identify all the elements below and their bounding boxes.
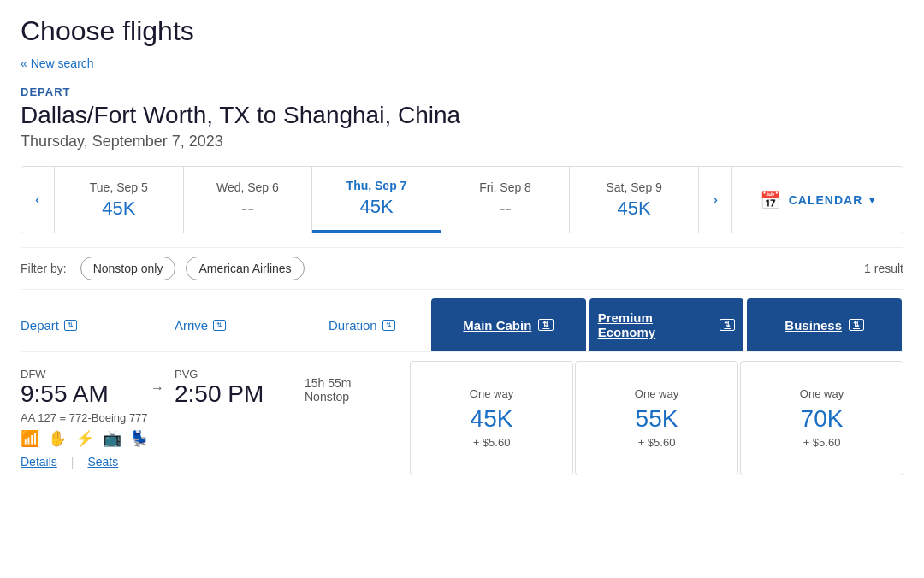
date-item-4[interactable]: Sat, Sep 945K <box>570 167 698 233</box>
aircraft-type: 772-Boeing 777 <box>69 411 148 424</box>
page-title: Choose flights <box>21 15 903 47</box>
depart-sort[interactable]: Depart ⇅ <box>21 318 77 333</box>
premium-economy-points: 55K <box>636 405 678 433</box>
date-value-2: 45K <box>359 196 393 218</box>
arrive-sort[interactable]: Arrive ⇅ <box>175 318 226 333</box>
date-item-0[interactable]: Tue, Sep 545K <box>55 167 184 233</box>
filter-left: Filter by: Nonstop only American Airline… <box>21 257 305 280</box>
filter-bar: Filter by: Nonstop only American Airline… <box>21 247 903 290</box>
business-header[interactable]: Business ⇅ <box>747 298 902 351</box>
column-headers: Depart ⇅ Arrive ⇅ Duration ⇅ Main Cabin <box>21 298 903 351</box>
date-value-3: -- <box>499 198 512 220</box>
cabin-cells: One way 45K + $5.60 One way 55K + $5.60 … <box>410 361 903 475</box>
date-item-2[interactable]: Thu, Sep 745K <box>312 167 441 233</box>
depart-label: DEPART <box>21 86 903 98</box>
calendar-icon: 📅 <box>760 190 782 210</box>
date-item-3[interactable]: Fri, Sep 8-- <box>441 167 571 233</box>
depart-col-header: Depart ⇅ <box>21 318 140 333</box>
arrive-label: Arrive <box>175 318 208 333</box>
depart-label: Depart <box>21 318 59 333</box>
meta-sep: ≡ <box>60 411 69 424</box>
main-cabin-sort-icon: ⇅ <box>538 319 554 331</box>
filter-by-label: Filter by: <box>21 262 67 275</box>
premium-economy-price: + $5.60 <box>638 436 676 449</box>
next-date-arrow[interactable]: › <box>698 167 732 233</box>
power-icon: ✋ <box>48 429 67 448</box>
flight-links: Details | Seats <box>21 455 410 469</box>
flight-left: DFW 9:55 AM → PVG 2:50 PM 15h 55m Nonsto… <box>21 361 410 475</box>
business-cell[interactable]: One way 70K + $5.60 <box>740 361 903 475</box>
amenities-row: 📶 ✋ ⚡ 📺 💺 <box>21 429 410 448</box>
business-label: Business <box>785 318 842 333</box>
arrive-sort-icon: ⇅ <box>213 320 226 331</box>
premium-economy-one-way: One way <box>635 387 678 400</box>
flight-meta: AA 127 ≡ 772-Boeing 777 <box>21 411 410 424</box>
business-price: + $5.60 <box>803 436 841 449</box>
date-label-1: Wed, Sep 6 <box>216 180 279 194</box>
result-count: 1 result <box>864 262 903 275</box>
depart-sort-icon: ⇅ <box>64 320 77 331</box>
cabin-headers: Main Cabin ⇅ Premium Economy ⇅ Business … <box>431 298 903 351</box>
date-list: Tue, Sep 545KWed, Sep 6--Thu, Sep 745KFr… <box>55 167 698 233</box>
link-separator: | <box>71 455 74 469</box>
prev-date-arrow[interactable]: ‹ <box>21 167 55 233</box>
date-label-4: Sat, Sep 9 <box>606 180 661 194</box>
premium-economy-header[interactable]: Premium Economy ⇅ <box>589 298 744 351</box>
date-nav-bar: ‹ Tue, Sep 545KWed, Sep 6--Thu, Sep 745K… <box>21 166 903 233</box>
airline-filter-chip[interactable]: American Airlines <box>186 257 304 280</box>
flight-info-header: Depart ⇅ Arrive ⇅ Duration ⇅ <box>21 298 431 351</box>
route-date: Thursday, September 7, 2023 <box>21 133 903 150</box>
arrive-info: PVG 2:50 PM <box>175 368 294 408</box>
date-value-4: 45K <box>618 198 651 220</box>
arrive-airport: PVG <box>175 368 198 380</box>
arrive-col-header: Arrive ⇅ <box>175 318 294 333</box>
depart-info: DFW 9:55 AM <box>21 368 140 408</box>
main-cabin-price: + $5.60 <box>473 436 511 449</box>
seats-link[interactable]: Seats <box>87 455 118 469</box>
premium-economy-cell[interactable]: One way 55K + $5.60 <box>575 361 738 475</box>
route-title: Dallas/Fort Worth, TX to Shanghai, China <box>21 102 903 129</box>
duration-info: 15h 55m Nonstop <box>305 373 407 404</box>
video-icon: 📺 <box>103 429 121 448</box>
flight-row: DFW 9:55 AM → PVG 2:50 PM 15h 55m Nonsto… <box>21 351 903 475</box>
duration-col-header: Duration ⇅ <box>329 318 431 333</box>
date-label-0: Tue, Sep 5 <box>90 180 148 194</box>
main-cabin-points: 45K <box>471 405 513 433</box>
depart-airport: DFW <box>21 368 46 380</box>
date-label-3: Fri, Sep 8 <box>479 180 531 194</box>
flight-duration: 15h 55m <box>305 376 351 390</box>
new-search-link[interactable]: « New search <box>21 56 94 70</box>
calendar-dropdown-icon: ▾ <box>869 194 875 206</box>
nonstop-filter-chip[interactable]: Nonstop only <box>80 257 176 280</box>
business-sort-icon: ⇅ <box>849 319 864 331</box>
date-label-2: Thu, Sep 7 <box>346 179 407 192</box>
calendar-label: CALENDAR <box>789 193 863 207</box>
business-points: 70K <box>801 405 844 433</box>
duration-label: Duration <box>329 318 377 333</box>
depart-time: 9:55 AM <box>21 380 109 408</box>
flight-arrow-icon: → <box>151 380 164 396</box>
flight-stops: Nonstop <box>305 390 349 404</box>
wifi-icon: 📶 <box>21 429 39 448</box>
premium-economy-label: Premium Economy <box>598 310 714 339</box>
date-item-1[interactable]: Wed, Sep 6-- <box>184 167 313 233</box>
business-one-way: One way <box>800 387 844 400</box>
details-link[interactable]: Details <box>21 455 57 469</box>
date-value-0: 45K <box>102 198 135 220</box>
duration-sort[interactable]: Duration ⇅ <box>329 318 395 333</box>
duration-sort-icon: ⇅ <box>382 320 395 331</box>
main-cabin-one-way: One way <box>470 387 513 400</box>
arrive-time: 2:50 PM <box>175 380 264 408</box>
flight-times: DFW 9:55 AM → PVG 2:50 PM 15h 55m Nonsto… <box>21 368 410 408</box>
main-cabin-label: Main Cabin <box>463 318 531 333</box>
main-cabin-cell[interactable]: One way 45K + $5.60 <box>410 361 573 475</box>
calendar-button[interactable]: 📅 CALENDAR ▾ <box>732 167 903 233</box>
flight-number: AA 127 <box>21 411 56 424</box>
seat-icon: 💺 <box>130 429 149 448</box>
main-cabin-header[interactable]: Main Cabin ⇅ <box>431 298 586 351</box>
usb-icon: ⚡ <box>75 429 94 448</box>
date-value-1: -- <box>241 198 254 220</box>
premium-economy-sort-icon: ⇅ <box>720 319 735 331</box>
